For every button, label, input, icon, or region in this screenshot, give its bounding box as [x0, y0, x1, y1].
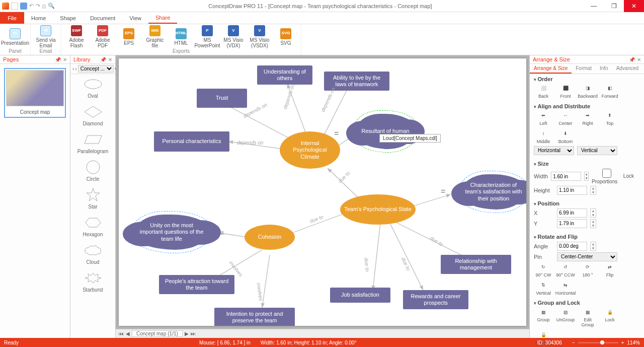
- rotate-ccw-button[interactable]: ↺90° CCW: [556, 263, 575, 278]
- x-input[interactable]: [557, 209, 587, 218]
- rotate-180-button[interactable]: ⟳180 °: [578, 263, 597, 278]
- editgroup-button[interactable]: ▩Edit Group: [578, 308, 597, 328]
- shape-diamond[interactable]: Diamond: [70, 102, 115, 129]
- node-personal[interactable]: Personal characteristics: [154, 131, 229, 152]
- qat-undo-icon[interactable]: ↶: [29, 3, 34, 9]
- node-attraction[interactable]: People's attraction toward the team: [159, 275, 234, 294]
- close-button[interactable]: ✕: [624, 0, 644, 12]
- height-spinner[interactable]: ▲▼: [590, 186, 596, 195]
- flip-v-button[interactable]: ⇅Vertical: [534, 281, 553, 296]
- tab-view[interactable]: View: [122, 12, 148, 24]
- library-select[interactable]: Concept ...: [78, 65, 114, 73]
- y-spinner[interactable]: ▲▼: [590, 219, 596, 228]
- pages-pin-icon[interactable]: 📌: [55, 57, 61, 62]
- rotate-cw-button[interactable]: ↻90° CW: [534, 263, 553, 278]
- file-tab[interactable]: File: [0, 12, 24, 24]
- page-first-icon[interactable]: ⏮: [119, 331, 124, 336]
- tab-shape[interactable]: Shape: [53, 12, 83, 24]
- subtab-arrange[interactable]: Arrange & Size: [530, 64, 572, 74]
- subtab-advanced[interactable]: Advanced: [612, 64, 642, 74]
- subtab-format[interactable]: Format: [572, 64, 596, 74]
- x-spinner[interactable]: ▲▼: [590, 209, 596, 218]
- shape-hexagon[interactable]: Hexagon: [70, 213, 115, 240]
- ungroup-button[interactable]: ▨UnGroup: [556, 308, 575, 328]
- page-last-icon[interactable]: ⏭: [191, 331, 196, 336]
- align-center-button[interactable]: ↔Center: [556, 111, 575, 126]
- height-input[interactable]: [557, 186, 587, 195]
- node-trust[interactable]: Trust: [197, 89, 247, 108]
- node-team[interactable]: Team's Psychological State: [340, 194, 416, 225]
- order-backward-button[interactable]: ◨Backward: [578, 84, 597, 99]
- qat-save-icon[interactable]: [20, 3, 27, 10]
- shape-starburst[interactable]: Starburst: [70, 268, 115, 296]
- tab-home[interactable]: Home: [24, 12, 53, 24]
- export-graphic-button[interactable]: IMGGraphic file: [144, 25, 166, 48]
- send-email-button[interactable]: ✉Send via Email: [35, 25, 57, 48]
- flip-h-button[interactable]: ⇆Horizontal: [556, 281, 575, 296]
- shape-star[interactable]: Star: [70, 185, 115, 213]
- align-right-button[interactable]: ➡Right: [578, 111, 597, 126]
- lock-proportions-check[interactable]: [592, 169, 622, 178]
- order-back-button[interactable]: ⬜Back: [534, 84, 553, 99]
- tab-document[interactable]: Document: [83, 12, 122, 24]
- node-jobsat[interactable]: Job satisfaction: [330, 288, 390, 303]
- align-top-button[interactable]: ⬆Top: [600, 111, 619, 126]
- order-forward-button[interactable]: ◧Forward: [600, 84, 619, 99]
- library-close-icon[interactable]: ✕: [108, 57, 112, 62]
- export-vdx-button[interactable]: VMS Visio (VDX): [222, 25, 245, 48]
- shape-circle[interactable]: Circle: [70, 157, 115, 185]
- align-middle-button[interactable]: ↕Middle: [534, 129, 553, 145]
- export-ppt-button[interactable]: PMS PowerPoint: [196, 25, 218, 48]
- node-resultant[interactable]: Resultant of human: [355, 114, 416, 149]
- qat-print-icon[interactable]: ⎙: [42, 3, 46, 9]
- node-understanding[interactable]: Understanding of others: [257, 65, 312, 85]
- zoom-out-icon[interactable]: −: [572, 340, 575, 345]
- node-characterization[interactable]: Characterization of team's satisfaction …: [461, 174, 526, 210]
- export-vsdx-button[interactable]: VMS Visio (VSDX): [249, 25, 271, 48]
- maximize-button[interactable]: ❐: [604, 0, 624, 12]
- zoom-slider[interactable]: [578, 342, 618, 343]
- align-bottom-button[interactable]: ⬇Bottom: [556, 129, 575, 145]
- node-rewards[interactable]: Rewards and career prospects: [403, 290, 468, 309]
- page-next-icon[interactable]: ▶: [185, 331, 189, 336]
- pin-select[interactable]: Center-Center: [557, 252, 617, 261]
- minimize-button[interactable]: —: [584, 0, 604, 12]
- order-front-button[interactable]: ⬛Front: [556, 84, 575, 99]
- page-thumb[interactable]: Concept map: [4, 68, 66, 118]
- zoom-in-icon[interactable]: +: [621, 340, 624, 345]
- flip-button[interactable]: ⇄Flip: [600, 263, 619, 278]
- shape-cloud[interactable]: Cloud: [70, 240, 115, 268]
- node-relationship[interactable]: Relationship with management: [441, 255, 511, 274]
- node-internal[interactable]: Internal Psychological Climate: [280, 131, 340, 169]
- node-intention[interactable]: Intention to protect and preserve the te…: [214, 308, 295, 326]
- export-html-button[interactable]: HTMLHTML: [170, 28, 192, 46]
- width-spinner[interactable]: ▲▼: [584, 172, 589, 181]
- y-input[interactable]: [557, 219, 587, 228]
- library-pin-icon[interactable]: 📌: [100, 57, 106, 62]
- lib-prev-icon[interactable]: ‹: [72, 66, 74, 72]
- drawing-canvas[interactable]: Trust Understanding of others Ability to…: [119, 58, 526, 326]
- page-prev-icon[interactable]: ◀: [126, 331, 130, 336]
- export-pdf-button[interactable]: PDFAdobe PDF: [92, 25, 114, 48]
- shape-oval[interactable]: Oval: [70, 74, 115, 102]
- subtab-info[interactable]: Info: [596, 64, 612, 74]
- tab-share[interactable]: Share: [148, 12, 177, 24]
- qat-preview-icon[interactable]: 🔍: [48, 3, 55, 9]
- node-unity[interactable]: Unity on the most important questions of…: [134, 215, 209, 250]
- angle-spinner[interactable]: ▲▼: [590, 242, 596, 251]
- width-input[interactable]: [551, 172, 581, 181]
- align-left-button[interactable]: ⬅Left: [534, 111, 553, 126]
- distribute-h-select[interactable]: Horizontal: [534, 146, 574, 155]
- export-flash-button[interactable]: SWFAdobe Flash: [65, 25, 88, 48]
- presentation-button[interactable]: ▭Presentation: [4, 28, 26, 46]
- qat-redo-icon[interactable]: ↷: [36, 3, 40, 9]
- angle-input[interactable]: [557, 242, 587, 251]
- lock-button[interactable]: 🔒Lock: [600, 308, 619, 328]
- export-svg-button[interactable]: SVGSVG: [275, 28, 297, 46]
- lib-next-icon[interactable]: ›: [75, 66, 76, 72]
- distribute-v-select[interactable]: Vertical: [577, 146, 617, 155]
- node-cohesion[interactable]: Cohesion: [245, 225, 295, 250]
- pages-close-icon[interactable]: ✕: [63, 57, 67, 62]
- qat-new-icon[interactable]: [11, 3, 18, 10]
- export-eps-button[interactable]: EPSEPS: [118, 28, 140, 46]
